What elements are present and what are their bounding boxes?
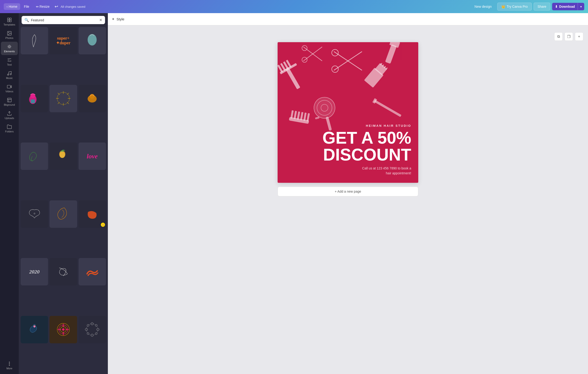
list-item[interactable] — [50, 316, 77, 343]
sidebar-item-text[interactable]: Text — [1, 55, 18, 68]
list-item[interactable] — [50, 143, 77, 170]
list-item[interactable]: 👑 — [79, 200, 106, 228]
element-thumbnail — [84, 321, 100, 338]
design-canvas[interactable]: HEIMAN HAIR STUDIO GET A 50% DISCOUNT Ca… — [278, 42, 418, 183]
add-design-button[interactable]: + — [575, 32, 583, 41]
style-bar: ✦ Style — [108, 13, 588, 25]
element-thumbnail — [26, 206, 43, 222]
canvas-toolbar: ⧉ ❐ + — [554, 32, 583, 41]
list-item[interactable] — [79, 27, 106, 54]
topbar-right: New design 👑 Try Canva Pro Share ⬇ Downl… — [471, 3, 584, 10]
search-area: 🔍 ✕ — [19, 13, 108, 27]
svg-point-15 — [9, 365, 10, 365]
card-text-area: HEIMAN HAIR STUDIO GET A 50% DISCOUNT Ca… — [278, 119, 418, 183]
search-clear-button[interactable]: ✕ — [99, 18, 102, 22]
list-item[interactable]: love — [79, 143, 106, 170]
topbar-left: ‹ Home File ⇔ Resize ↩ All changes saved — [4, 3, 85, 10]
chevron-down-icon: ▾ — [580, 5, 582, 9]
crown-icon: 👑 — [501, 5, 505, 9]
sidebar-item-videos[interactable]: Videos — [1, 82, 18, 95]
svg-point-46 — [95, 332, 97, 335]
svg-rect-2 — [8, 20, 9, 22]
sidebar-item-elements[interactable]: Elements — [1, 42, 18, 55]
svg-point-38 — [62, 328, 65, 331]
sidebar-item-uploads[interactable]: Uploads — [1, 108, 18, 122]
elements-icon — [7, 44, 12, 49]
elements-grid: super+✦duper — [19, 27, 108, 374]
more-icon — [7, 361, 12, 366]
list-item[interactable] — [21, 27, 48, 54]
home-button[interactable]: ‹ Home — [4, 3, 20, 10]
search-box: 🔍 ✕ — [21, 16, 105, 24]
text-icon — [7, 57, 12, 62]
search-input[interactable] — [31, 18, 97, 22]
saved-status: All changes saved — [61, 5, 85, 9]
sidebar-item-photos[interactable]: Photos — [1, 28, 18, 42]
list-item[interactable] — [79, 85, 106, 112]
svg-rect-11 — [8, 98, 11, 102]
try-pro-button[interactable]: 👑 Try Canva Pro — [497, 3, 532, 10]
pro-badge: 👑 — [101, 223, 105, 227]
home-label: Home — [9, 5, 17, 9]
background-icon — [7, 97, 12, 103]
download-chevron-button[interactable]: ▾ — [578, 3, 584, 10]
svg-point-7 — [8, 74, 9, 75]
element-thumbnail — [55, 264, 72, 280]
svg-point-47 — [87, 332, 89, 335]
new-design-button[interactable]: New design — [471, 3, 495, 10]
sidebar-item-more[interactable]: More — [1, 359, 18, 372]
file-button[interactable]: File — [21, 3, 32, 10]
svg-point-39 — [86, 324, 98, 335]
svg-point-32 — [60, 151, 65, 158]
element-thumbnail — [55, 206, 72, 222]
list-item[interactable]: 2020 — [21, 258, 48, 285]
svg-point-6 — [9, 46, 10, 47]
element-thumbnail — [26, 148, 43, 165]
element-thumbnail — [26, 32, 43, 49]
list-item[interactable] — [21, 200, 48, 228]
svg-rect-70 — [294, 111, 297, 119]
list-item[interactable] — [79, 258, 106, 285]
resize-icon: ⇔ — [36, 5, 39, 9]
style-icon: ✦ — [112, 17, 115, 21]
undo-button[interactable]: ↩ — [53, 3, 60, 10]
list-item[interactable] — [50, 258, 77, 285]
svg-point-63 — [312, 95, 337, 121]
duplicate-design-button[interactable]: ❐ — [565, 32, 573, 41]
list-item[interactable] — [79, 316, 106, 343]
list-item[interactable]: super+✦duper — [50, 27, 77, 54]
sidebar-item-music[interactable]: Music — [1, 68, 18, 82]
share-button[interactable]: Share — [534, 3, 550, 10]
download-button[interactable]: ⬇ Download — [552, 3, 578, 10]
list-item[interactable] — [21, 85, 48, 112]
element-thumbnail — [84, 264, 100, 280]
download-button-group: ⬇ Download ▾ — [552, 3, 584, 10]
svg-point-13 — [9, 362, 10, 363]
resize-button[interactable]: ⇔ Resize — [33, 3, 52, 10]
list-item[interactable] — [21, 143, 48, 170]
canvas-area: ✦ Style ⧉ ❐ + — [108, 13, 588, 374]
music-icon — [7, 71, 12, 76]
sidebar-item-background[interactable]: Bkground — [1, 95, 18, 108]
copy-design-button[interactable]: ⧉ — [554, 32, 563, 41]
folders-icon — [7, 124, 12, 129]
element-thumbnail: {/* sunburst lines */} — [55, 90, 72, 107]
elements-panel: 🔍 ✕ super+✦duper — [19, 13, 108, 374]
element-thumbnail — [26, 321, 43, 338]
svg-rect-9 — [7, 85, 10, 88]
style-label: Style — [116, 17, 124, 21]
element-thumbnail — [55, 321, 72, 338]
sidebar-item-folders[interactable]: Folders — [1, 122, 18, 135]
sidebar: Templates Photos Elements Text Music — [0, 13, 19, 374]
add-page-button[interactable]: + Add a new page — [278, 187, 418, 196]
svg-rect-1 — [10, 18, 11, 20]
element-thumbnail — [55, 148, 72, 165]
svg-rect-69 — [291, 110, 294, 119]
svg-rect-48 — [285, 67, 300, 90]
download-icon: ⬇ — [555, 5, 558, 9]
list-item[interactable]: {/* sunburst lines */} — [50, 85, 77, 112]
list-item[interactable] — [50, 200, 77, 228]
list-item[interactable] — [21, 316, 48, 343]
svg-point-34 — [33, 325, 35, 328]
sidebar-item-templates[interactable]: Templates — [1, 15, 18, 28]
